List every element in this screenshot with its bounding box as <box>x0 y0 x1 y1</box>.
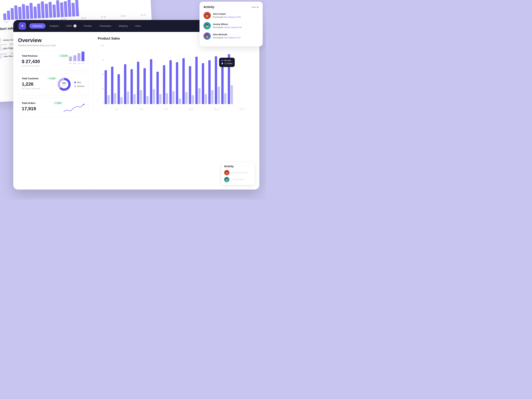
bar-pair-16 <box>208 60 214 104</box>
bars-container <box>105 51 233 108</box>
bar-return-5 <box>140 90 142 104</box>
bar-pair-4 <box>131 69 136 104</box>
nav-tab-transaction[interactable]: Transaction <box>96 23 114 29</box>
bar-col-8 <box>156 72 162 104</box>
bar-sold-5 <box>137 62 139 104</box>
bar-sold-1 <box>111 67 113 104</box>
x-9jul: 9 Jul <box>164 108 168 110</box>
back-xlabel-1jul: 1 Jul <box>4 21 8 23</box>
bar-col-18 <box>221 65 226 104</box>
bar-pair-6 <box>144 68 149 104</box>
svg-point-4 <box>83 104 84 105</box>
rev-bar-apr: Apr <box>69 57 72 64</box>
nav-tab-order[interactable]: Order 1 <box>63 23 80 29</box>
bar-chart: 0 25 50 75 100 84 sold <box>98 44 255 108</box>
orders-badge: + 5,6% <box>53 101 63 105</box>
bar-sold-14 <box>195 57 198 104</box>
donut-chart: 63% 37% Man Woman <box>57 77 84 92</box>
shoe-icon-2: 👟 <box>0 54 2 59</box>
x-18jul: 18 Jul <box>214 108 219 110</box>
bar-return-6 <box>146 96 149 104</box>
x-14jul: 14 Jul <box>188 108 193 110</box>
bar-sold-9 <box>163 65 165 104</box>
orders-line-chart <box>63 103 84 113</box>
nav-tab-overview[interactable]: Overview <box>29 23 45 29</box>
svg-text:63%: 63% <box>62 82 66 84</box>
bar-sold-6 <box>144 68 146 104</box>
bar-col-14 <box>195 57 201 104</box>
woman-label: Woman <box>77 85 84 88</box>
bar-pair-9 <box>163 65 168 104</box>
bar-pair-7 <box>150 59 155 104</box>
main-content: Overview Detailed information about your… <box>13 32 259 190</box>
bar-return-16 <box>211 90 214 104</box>
svg-text:37%: 37% <box>63 85 66 86</box>
revenue-badge: + 12,3% <box>58 54 69 57</box>
bar-pair-17 <box>215 56 220 104</box>
activity-text-2: Alice McGrath Purchased New Balance 327 <box>213 33 241 39</box>
bar-pair-8 <box>156 72 162 104</box>
left-panel: Overview Detailed information about your… <box>13 32 93 190</box>
legend-man: Man <box>74 81 84 84</box>
bar-return-12 <box>185 92 188 104</box>
total-orders-card: Total Orders + 5,6% 17,919 <box>18 98 88 117</box>
activity-text-0: Jane Cooper Purchased New Balance 530 <box>213 12 241 19</box>
orders-label: Total Orders <box>22 102 35 104</box>
customer-label: Total Customer <box>22 77 39 80</box>
activity-action-1: Purchased <box>213 26 223 29</box>
bottom-act-item-1: 👨 <box>224 177 252 182</box>
activity-action-2: Purchased <box>213 36 223 39</box>
rev-label-may: May <box>73 62 76 64</box>
bar-return-8 <box>159 94 162 104</box>
back-xlabel-22jul: 22 Jul <box>101 16 106 18</box>
bar-col-12 <box>182 58 188 104</box>
overview-title: Overview <box>18 37 88 43</box>
rev-bar-jul: Jul <box>82 51 84 64</box>
activity-text-1: Jeremy Wilson Purchased Adidas Samba OG <box>213 23 242 29</box>
x-22jul: 22 Jul <box>239 108 244 110</box>
activity-action-0: Purchased <box>213 16 223 18</box>
activity-product-0[interactable]: New Balance 530 <box>224 16 241 18</box>
bar-return-18 <box>224 93 226 104</box>
bar-col-17 <box>215 56 220 104</box>
bar-pair-11 <box>176 62 181 104</box>
woman-dot <box>74 85 76 87</box>
y-50: 50 <box>98 73 104 75</box>
bar-return-15 <box>205 94 207 104</box>
bar-sold-16 <box>208 60 211 104</box>
nav-tab-product[interactable]: Product <box>81 23 95 29</box>
bar-col-1 <box>111 67 116 104</box>
y-0: 0 <box>98 102 104 104</box>
bottom-act-bar-1 <box>231 179 244 180</box>
bottom-activity-list: 👩 👨 <box>224 170 252 182</box>
bar-pair-2 <box>118 74 123 104</box>
overview-subtitle: Detailed information about your store <box>18 44 88 47</box>
bar-sold-19 <box>228 54 230 104</box>
nav-tab-analytics[interactable]: Analytics <box>46 23 62 29</box>
activity-product-1[interactable]: Adidas Samba OG <box>224 26 242 29</box>
rev-label-apr: Apr <box>69 62 72 64</box>
y-100: 100 <box>98 44 104 46</box>
activity-name-1: Jeremy Wilson <box>213 23 228 25</box>
man-label: Man <box>77 81 81 84</box>
bar-pair-5 <box>137 62 142 104</box>
logo-button[interactable]: ✦ <box>19 22 26 30</box>
donut-legend: Man Woman <box>74 81 84 88</box>
back-xlabel-26jul: 26 Jul <box>121 15 126 17</box>
bar-sold-18 <box>221 65 224 104</box>
bottom-activity-panel: Activity 👩 👨 <box>222 162 255 185</box>
bar-col-16 <box>208 60 214 104</box>
right-panel: Product Sales Product sold 0 25 50 <box>93 32 259 190</box>
bar-sold-8 <box>156 72 159 104</box>
activity-name-0: Jane Cooper <box>213 13 226 15</box>
nav-tab-shipping[interactable]: Shipping <box>115 23 131 29</box>
bottom-activity-title: Activity <box>224 165 252 168</box>
nav-tab-users[interactable]: Users <box>132 23 144 29</box>
bar-sold-3 <box>124 64 126 104</box>
x-1jul: 1 Jul <box>115 108 119 110</box>
avatar-1: 👨 <box>203 22 211 29</box>
bar-sold-11 <box>176 62 178 104</box>
activity-item-1: 👨 Jeremy Wilson Purchased Adidas Samba O… <box>203 22 259 29</box>
activity-product-2[interactable]: New Balance 327 <box>224 36 241 39</box>
view-all-link[interactable]: View all <box>251 6 259 8</box>
